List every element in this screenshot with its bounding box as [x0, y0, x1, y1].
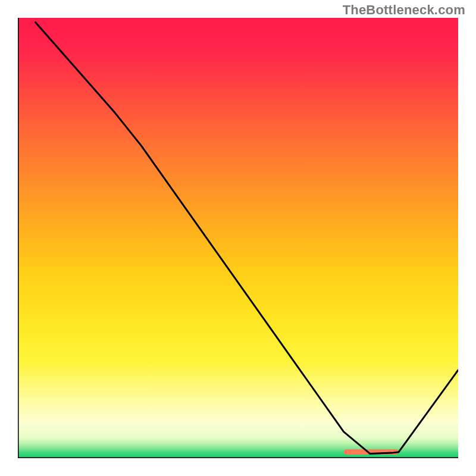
chart-container: TheBottleneck.com — [0, 0, 476, 476]
watermark-text: TheBottleneck.com — [343, 2, 465, 18]
bottleneck-chart — [18, 18, 458, 458]
plot-area — [18, 18, 458, 458]
gradient-background — [18, 18, 458, 458]
